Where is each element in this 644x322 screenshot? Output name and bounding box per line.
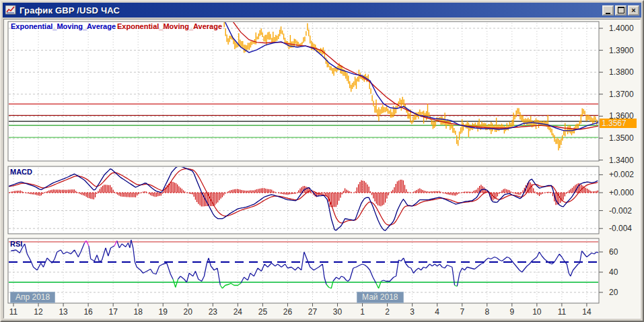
window-title: График GBP /USD ЧАС xyxy=(20,5,120,15)
minimize-icon xyxy=(606,8,610,14)
maximize-button[interactable] xyxy=(615,5,627,15)
chart-app-icon xyxy=(5,5,16,15)
window-controls: × xyxy=(602,5,639,15)
minimize-button[interactable] xyxy=(602,5,614,15)
maximize-icon xyxy=(618,7,624,13)
chart-window: График GBP /USD ЧАС × Exponential_Moving… xyxy=(0,0,644,322)
close-button[interactable]: × xyxy=(628,5,639,15)
chart-client-area[interactable] xyxy=(3,19,641,319)
title-bar[interactable]: График GBP /USD ЧАС × xyxy=(3,3,641,18)
close-icon: × xyxy=(631,7,635,13)
